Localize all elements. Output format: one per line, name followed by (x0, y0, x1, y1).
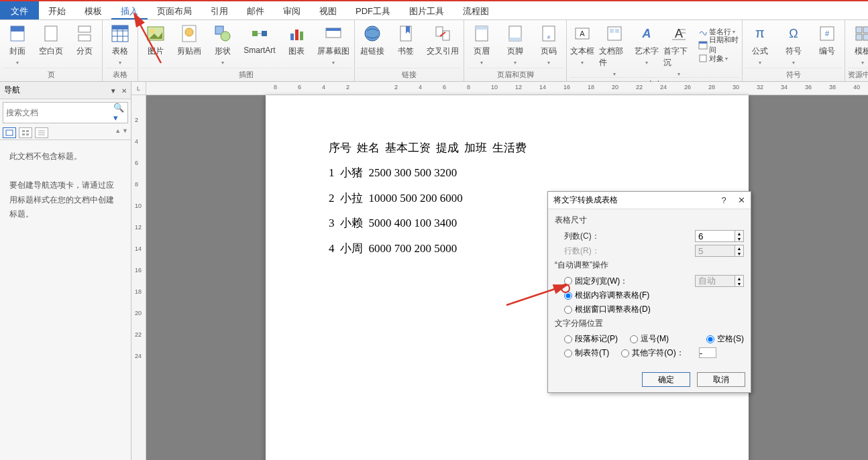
svg-rect-58 (6, 130, 13, 135)
separator-label: 文字分隔位置 (555, 318, 744, 329)
nav-tab-headings[interactable] (3, 127, 16, 138)
svg-rect-1 (11, 26, 24, 32)
group-res-label: 资源中心 (848, 68, 868, 81)
search-icon[interactable]: 🔍 ▾ (109, 103, 128, 123)
equation-button[interactable]: π公式▾ (745, 24, 775, 66)
smartart-button[interactable]: SmartArt (241, 24, 278, 55)
svg-rect-17 (252, 31, 258, 36)
textbox-button[interactable]: A文本框▾ (569, 24, 595, 66)
dialog-help-icon[interactable]: ? (721, 195, 726, 205)
sep-space-radio[interactable] (706, 335, 714, 343)
object-button[interactable]: 对象▾ (698, 52, 739, 64)
signature-icon (698, 27, 708, 36)
crossref-button[interactable]: 交叉引用 (425, 24, 461, 57)
fixed-width-label: 固定列宽(W)： (575, 276, 628, 287)
textbox-icon: A (573, 24, 592, 43)
svg-rect-29 (443, 31, 449, 40)
menu-pdf[interactable]: PDF工具 (346, 1, 400, 19)
cancel-button[interactable]: 取消 (697, 372, 745, 387)
picture-button[interactable]: 图片 (141, 24, 170, 57)
blankpage-button[interactable]: 空白页 (36, 24, 66, 57)
nav-tab-results[interactable] (35, 127, 48, 138)
pageno-button[interactable]: #页码▾ (534, 24, 563, 66)
horizontal-ruler[interactable]: 8642246810121416182022242628303234363840… (146, 82, 868, 95)
menu-insert[interactable]: 插入 (111, 1, 148, 19)
nav-down-icon[interactable]: ▼ (122, 127, 128, 138)
table-button[interactable]: 表格▾ (105, 24, 135, 66)
nav-tab-pages[interactable] (19, 127, 32, 138)
cover-button[interactable]: 封面▾ (3, 24, 32, 66)
hyperlink-button[interactable]: 超链接 (358, 24, 387, 57)
cols-up-icon[interactable]: ▲ (735, 231, 743, 236)
symbol-button[interactable]: Ω符号▾ (779, 24, 808, 66)
menu-template[interactable]: 模板 (75, 1, 111, 19)
pagebreak-icon (75, 24, 94, 43)
menu-start[interactable]: 开始 (39, 1, 75, 19)
cols-down-icon[interactable]: ▼ (735, 236, 743, 241)
table-row: 4 小周 6000 700 200 5000 (329, 236, 532, 261)
svg-rect-39 (610, 29, 614, 33)
nav-close-icon[interactable]: ✕ (121, 87, 127, 95)
sep-tab-radio[interactable] (564, 349, 572, 357)
menu-file[interactable]: 文件 (0, 1, 39, 19)
globe-icon (363, 24, 382, 43)
sep-comma-radio[interactable] (630, 335, 638, 343)
nav-dropdown-icon[interactable]: ▼ (110, 87, 117, 95)
chart-button[interactable]: 图表 (282, 24, 311, 57)
table-icon (111, 24, 129, 43)
svg-rect-10 (112, 25, 128, 30)
cols-label: 列数(C)： (564, 231, 600, 242)
screenshot-icon (324, 24, 343, 43)
nav-search[interactable]: 🔍 ▾ (3, 102, 128, 123)
datetime-button[interactable]: 日期和时间 (698, 39, 739, 51)
menu-reference[interactable]: 引用 (201, 1, 237, 19)
svg-rect-20 (290, 34, 294, 40)
sep-other-radio[interactable] (621, 349, 629, 357)
cols-input[interactable] (695, 230, 735, 242)
wordart-button[interactable]: A艺术字▾ (634, 24, 659, 66)
footer-button[interactable]: 页脚▾ (500, 24, 530, 66)
autofit-window-radio[interactable] (564, 306, 572, 314)
svg-rect-18 (262, 31, 267, 36)
number-icon: # (818, 24, 836, 43)
menu-mail[interactable]: 邮件 (237, 1, 274, 19)
clipart-icon (180, 24, 199, 43)
svg-rect-31 (476, 26, 488, 30)
svg-rect-47 (699, 42, 707, 44)
page-content[interactable]: 序号姓名基本工资提成加班生活费 1 小猪 2500 300 500 32002 … (329, 135, 532, 261)
dropcap-button[interactable]: A首字下沉▾ (663, 24, 694, 77)
pageno-icon: # (539, 24, 558, 43)
ok-button[interactable]: 确定 (642, 372, 690, 387)
quickparts-button[interactable]: 文档部件▾ (599, 24, 630, 77)
header-button[interactable]: 页眉▾ (467, 24, 496, 66)
table-row: 2 小拉 10000 500 200 6000 (329, 186, 532, 211)
rows-input (695, 245, 735, 257)
menu-view[interactable]: 视图 (310, 1, 346, 19)
shape-button[interactable]: 形状▾ (208, 24, 237, 66)
ribbon: 封面▾ 空白页 分页 页 表格▾ 表格 图片 剪贴画 形状▾ SmartArt … (0, 20, 868, 82)
menu-review[interactable]: 审阅 (274, 1, 310, 19)
nav-msg2: 要创建导航选项卡，请通过应用标题样式在您的文档中创建标题。 (9, 178, 121, 222)
menu-pagelayout[interactable]: 页面布局 (148, 1, 201, 19)
dialog-close-icon[interactable]: ✕ (738, 195, 745, 205)
bookmark-icon (396, 24, 415, 43)
nav-title: 导航 (4, 84, 20, 96)
menu-pictool[interactable]: 图片工具 (400, 1, 453, 19)
table-header-row: 序号姓名基本工资提成加班生活费 (329, 135, 532, 160)
bookmark-button[interactable]: 书签 (391, 24, 421, 57)
screenshot-button[interactable]: 屏幕截图▾ (315, 24, 351, 66)
restemplate-button[interactable]: 模板▾ (848, 24, 868, 66)
sep-paragraph-radio[interactable] (564, 335, 572, 343)
footer-icon (506, 24, 525, 43)
nav-search-input[interactable] (3, 105, 109, 120)
pagebreak-button[interactable]: 分页 (70, 24, 99, 57)
svg-rect-56 (863, 34, 868, 40)
chart-icon (287, 24, 306, 43)
clipart-button[interactable]: 剪贴画 (174, 24, 204, 57)
sep-other-input[interactable] (699, 347, 716, 358)
menu-flowchart[interactable]: 流程图 (453, 1, 498, 19)
nav-up-icon[interactable]: ▲ (115, 127, 121, 138)
vertical-ruler[interactable]: 24681012141618202224 (131, 95, 146, 460)
number-button[interactable]: #编号 (812, 24, 842, 57)
cover-icon (8, 24, 27, 43)
